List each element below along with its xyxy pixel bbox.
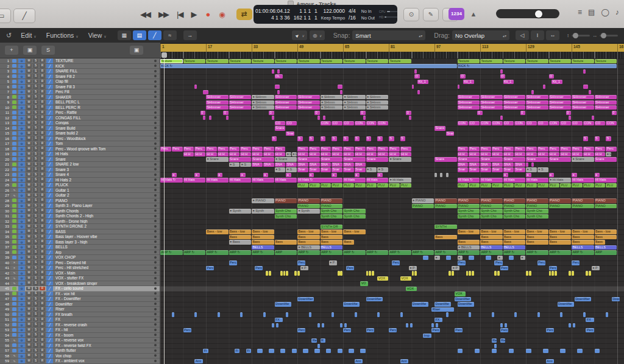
region[interactable] [543,85,545,89]
input-monitor-dot[interactable] [154,318,157,321]
region[interactable]: ARP ↻ [366,250,389,254]
autozoom-icon[interactable]: I [531,30,544,40]
record-enable-button[interactable]: R [40,198,45,203]
track-name[interactable]: BELLS [55,245,154,249]
region[interactable]: Synth Cho [526,214,548,219]
region[interactable]: S [343,136,349,141]
region[interactable]: Hi H [218,152,229,156]
region[interactable]: Hi H [514,152,525,156]
region[interactable]: Hi Hats [183,178,206,182]
region[interactable]: Bass - low [252,229,274,234]
region[interactable] [252,355,271,357]
input-monitor-dot[interactable] [154,106,157,108]
region[interactable]: ARP ↻ [503,250,526,254]
region[interactable] [309,312,311,317]
region[interactable]: SHimmer [595,100,617,105]
region[interactable]: Snare [343,157,366,161]
input-monitor-dot[interactable] [154,205,157,207]
region[interactable]: R [321,338,326,343]
region[interactable] [338,85,343,89]
region[interactable]: PIANO [572,198,594,203]
region[interactable] [595,349,600,353]
input-monitor-dot[interactable] [154,65,157,67]
region[interactable] [494,271,497,275]
track-name[interactable]: CONGAS FILL [55,116,154,120]
track-name[interactable]: Riser [55,307,154,311]
region[interactable]: Hi H [377,152,388,156]
region[interactable] [560,349,566,353]
region[interactable]: SHimmer [572,95,594,99]
track-name[interactable]: FX breath [55,312,154,317]
region[interactable]: SHimmer [480,105,503,110]
track-header-25[interactable]: 25⊙MSR╱PLUCK [0,183,160,188]
solo-button[interactable]: S [33,343,38,348]
region[interactable]: SHimmer [275,105,297,110]
region[interactable]: Synth Cho [343,209,366,213]
region[interactable]: a [286,173,291,177]
track-header-59[interactable]: 59∿⊙MSR╱FX - ambient vox [0,359,160,364]
horizontal-zoom-slider[interactable] [600,35,618,37]
region[interactable]: CON [514,121,525,125]
region[interactable]: SHimmer [206,105,229,110]
region[interactable]: Bass - low [297,229,320,234]
automation-icon[interactable]: ╱ [46,338,53,343]
solo-button[interactable]: S [33,100,38,105]
record-enable-button[interactable]: R [40,204,45,208]
track-header-17[interactable]: 17⊙MSR╱Tom [0,141,160,147]
track-header-56[interactable]: 56⊙MSR╱FX - reverse twist FX [0,343,160,349]
region[interactable]: SHimmer [549,105,572,110]
region[interactable]: a [172,173,177,177]
region[interactable]: Hi H [583,152,594,156]
region[interactable]: PLU [480,183,491,187]
region[interactable]: ARP ↻ [458,250,480,254]
track-on-off-button[interactable]: ⊙ [18,219,25,224]
solo-button[interactable]: S [33,276,38,281]
track-name[interactable]: FX - reverse crash [55,323,154,327]
solo-button[interactable]: S [33,219,38,223]
region[interactable] [572,271,574,275]
region[interactable]: Hi Hats [503,178,526,182]
automation-icon[interactable]: ╱ [46,121,53,125]
track-header-50[interactable]: 50⊙MSR╱FX breath [0,312,160,318]
region[interactable]: Texture [275,59,297,63]
region[interactable] [283,271,286,275]
region[interactable]: SHimmer [526,105,548,110]
region[interactable]: CO [537,121,548,125]
region[interactable]: Texture [480,59,503,63]
track-on-off-button[interactable]: ⊙ [18,183,25,187]
region[interactable]: O [460,74,466,79]
region[interactable]: Perc [389,328,397,332]
region[interactable]: PLU [297,183,308,187]
region[interactable]: Hi H [343,152,354,156]
region[interactable]: Perc [332,147,342,151]
solo-button[interactable]: S [33,318,38,322]
mute-button[interactable]: M [26,85,32,89]
region[interactable]: Kit_1 [463,80,474,84]
region[interactable]: Bass - low [321,229,343,234]
vertical-zoom-slider[interactable] [572,35,590,37]
region[interactable]: Snare [297,157,320,161]
mute-button[interactable]: M [26,80,32,84]
region[interactable]: Snare [549,157,572,161]
region[interactable]: ● S [366,167,377,172]
region[interactable] [406,323,408,327]
track-header-23[interactable]: 23⊙MSR╱Snare 4 [0,172,160,178]
automation-icon[interactable]: ╱ [46,219,53,224]
region[interactable] [297,142,411,146]
track-name[interactable]: BELL PERC R [55,105,154,110]
mute-button[interactable]: M [26,147,32,151]
automation-icon[interactable]: ╱ [46,354,53,359]
region[interactable] [577,349,583,353]
region[interactable] [349,349,354,353]
automation-icon[interactable]: ╱ [46,359,53,363]
input-monitor-dot[interactable] [154,215,157,217]
region[interactable]: Perc [492,147,503,151]
automation-icon[interactable]: ╱ [46,178,53,183]
region[interactable] [286,271,288,275]
record-enable-button[interactable]: R [40,173,45,177]
region[interactable] [500,323,503,327]
track-name[interactable]: Clap fill [55,79,154,83]
region[interactable]: Down [612,297,620,301]
automation-icon[interactable]: ╱ [46,85,53,89]
region[interactable]: PLU [514,183,525,187]
